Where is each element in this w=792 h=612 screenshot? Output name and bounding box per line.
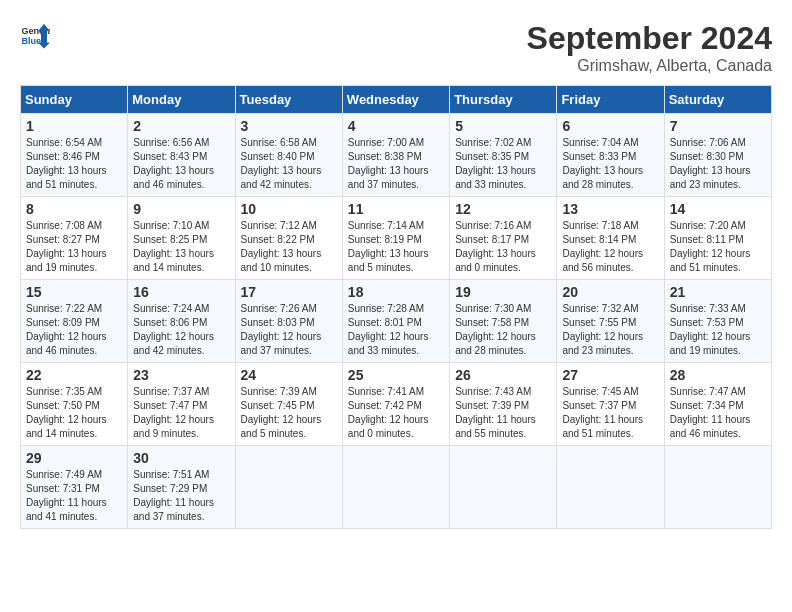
header-sunday: Sunday — [21, 86, 128, 114]
header-thursday: Thursday — [450, 86, 557, 114]
header-friday: Friday — [557, 86, 664, 114]
calendar-cell: 22Sunrise: 7:35 AMSunset: 7:50 PMDayligh… — [21, 363, 128, 446]
calendar-cell: 23Sunrise: 7:37 AMSunset: 7:47 PMDayligh… — [128, 363, 235, 446]
calendar-cell: 7Sunrise: 7:06 AMSunset: 8:30 PMDaylight… — [664, 114, 771, 197]
day-number: 14 — [670, 201, 766, 217]
logo: General Blue — [20, 20, 54, 50]
location: Grimshaw, Alberta, Canada — [527, 57, 772, 75]
calendar-cell: 3Sunrise: 6:58 AMSunset: 8:40 PMDaylight… — [235, 114, 342, 197]
day-number: 30 — [133, 450, 229, 466]
day-number: 19 — [455, 284, 551, 300]
day-info: Sunrise: 6:54 AMSunset: 8:46 PMDaylight:… — [26, 136, 122, 192]
calendar-cell: 24Sunrise: 7:39 AMSunset: 7:45 PMDayligh… — [235, 363, 342, 446]
day-info: Sunrise: 7:35 AMSunset: 7:50 PMDaylight:… — [26, 385, 122, 441]
calendar-week-2: 8Sunrise: 7:08 AMSunset: 8:27 PMDaylight… — [21, 197, 772, 280]
day-number: 29 — [26, 450, 122, 466]
day-number: 1 — [26, 118, 122, 134]
header-tuesday: Tuesday — [235, 86, 342, 114]
calendar-week-5: 29Sunrise: 7:49 AMSunset: 7:31 PMDayligh… — [21, 446, 772, 529]
calendar-cell: 20Sunrise: 7:32 AMSunset: 7:55 PMDayligh… — [557, 280, 664, 363]
calendar-cell — [450, 446, 557, 529]
page-header: General Blue September 2024 Grimshaw, Al… — [20, 20, 772, 75]
title-block: September 2024 Grimshaw, Alberta, Canada — [527, 20, 772, 75]
day-info: Sunrise: 7:06 AMSunset: 8:30 PMDaylight:… — [670, 136, 766, 192]
calendar-cell: 27Sunrise: 7:45 AMSunset: 7:37 PMDayligh… — [557, 363, 664, 446]
day-info: Sunrise: 7:26 AMSunset: 8:03 PMDaylight:… — [241, 302, 337, 358]
calendar-cell — [664, 446, 771, 529]
calendar-cell: 16Sunrise: 7:24 AMSunset: 8:06 PMDayligh… — [128, 280, 235, 363]
calendar-cell: 25Sunrise: 7:41 AMSunset: 7:42 PMDayligh… — [342, 363, 449, 446]
day-number: 28 — [670, 367, 766, 383]
day-number: 27 — [562, 367, 658, 383]
day-info: Sunrise: 7:39 AMSunset: 7:45 PMDaylight:… — [241, 385, 337, 441]
logo-icon: General Blue — [20, 20, 50, 50]
day-number: 11 — [348, 201, 444, 217]
day-info: Sunrise: 7:49 AMSunset: 7:31 PMDaylight:… — [26, 468, 122, 524]
day-info: Sunrise: 7:22 AMSunset: 8:09 PMDaylight:… — [26, 302, 122, 358]
calendar-cell: 19Sunrise: 7:30 AMSunset: 7:58 PMDayligh… — [450, 280, 557, 363]
calendar-cell: 14Sunrise: 7:20 AMSunset: 8:11 PMDayligh… — [664, 197, 771, 280]
day-number: 17 — [241, 284, 337, 300]
day-number: 3 — [241, 118, 337, 134]
day-number: 16 — [133, 284, 229, 300]
calendar-cell: 1Sunrise: 6:54 AMSunset: 8:46 PMDaylight… — [21, 114, 128, 197]
calendar-week-3: 15Sunrise: 7:22 AMSunset: 8:09 PMDayligh… — [21, 280, 772, 363]
calendar-table: SundayMondayTuesdayWednesdayThursdayFrid… — [20, 85, 772, 529]
calendar-cell: 18Sunrise: 7:28 AMSunset: 8:01 PMDayligh… — [342, 280, 449, 363]
day-info: Sunrise: 7:18 AMSunset: 8:14 PMDaylight:… — [562, 219, 658, 275]
day-number: 23 — [133, 367, 229, 383]
day-info: Sunrise: 6:56 AMSunset: 8:43 PMDaylight:… — [133, 136, 229, 192]
day-info: Sunrise: 7:14 AMSunset: 8:19 PMDaylight:… — [348, 219, 444, 275]
day-info: Sunrise: 7:32 AMSunset: 7:55 PMDaylight:… — [562, 302, 658, 358]
day-number: 25 — [348, 367, 444, 383]
day-number: 5 — [455, 118, 551, 134]
header-wednesday: Wednesday — [342, 86, 449, 114]
header-monday: Monday — [128, 86, 235, 114]
calendar-cell — [235, 446, 342, 529]
calendar-cell: 15Sunrise: 7:22 AMSunset: 8:09 PMDayligh… — [21, 280, 128, 363]
calendar-cell: 21Sunrise: 7:33 AMSunset: 7:53 PMDayligh… — [664, 280, 771, 363]
day-info: Sunrise: 6:58 AMSunset: 8:40 PMDaylight:… — [241, 136, 337, 192]
calendar-cell: 28Sunrise: 7:47 AMSunset: 7:34 PMDayligh… — [664, 363, 771, 446]
day-number: 10 — [241, 201, 337, 217]
calendar-cell: 29Sunrise: 7:49 AMSunset: 7:31 PMDayligh… — [21, 446, 128, 529]
day-number: 8 — [26, 201, 122, 217]
day-number: 24 — [241, 367, 337, 383]
calendar-cell — [342, 446, 449, 529]
day-number: 22 — [26, 367, 122, 383]
day-info: Sunrise: 7:45 AMSunset: 7:37 PMDaylight:… — [562, 385, 658, 441]
header-saturday: Saturday — [664, 86, 771, 114]
day-number: 13 — [562, 201, 658, 217]
calendar-cell: 30Sunrise: 7:51 AMSunset: 7:29 PMDayligh… — [128, 446, 235, 529]
calendar-cell: 17Sunrise: 7:26 AMSunset: 8:03 PMDayligh… — [235, 280, 342, 363]
day-info: Sunrise: 7:20 AMSunset: 8:11 PMDaylight:… — [670, 219, 766, 275]
day-number: 6 — [562, 118, 658, 134]
day-number: 20 — [562, 284, 658, 300]
day-info: Sunrise: 7:08 AMSunset: 8:27 PMDaylight:… — [26, 219, 122, 275]
svg-text:Blue: Blue — [22, 36, 42, 46]
day-number: 9 — [133, 201, 229, 217]
calendar-cell: 8Sunrise: 7:08 AMSunset: 8:27 PMDaylight… — [21, 197, 128, 280]
day-info: Sunrise: 7:37 AMSunset: 7:47 PMDaylight:… — [133, 385, 229, 441]
day-info: Sunrise: 7:10 AMSunset: 8:25 PMDaylight:… — [133, 219, 229, 275]
calendar-cell: 5Sunrise: 7:02 AMSunset: 8:35 PMDaylight… — [450, 114, 557, 197]
month-year: September 2024 — [527, 20, 772, 57]
calendar-cell: 10Sunrise: 7:12 AMSunset: 8:22 PMDayligh… — [235, 197, 342, 280]
calendar-cell: 12Sunrise: 7:16 AMSunset: 8:17 PMDayligh… — [450, 197, 557, 280]
day-info: Sunrise: 7:02 AMSunset: 8:35 PMDaylight:… — [455, 136, 551, 192]
calendar-cell: 11Sunrise: 7:14 AMSunset: 8:19 PMDayligh… — [342, 197, 449, 280]
day-number: 4 — [348, 118, 444, 134]
calendar-cell: 4Sunrise: 7:00 AMSunset: 8:38 PMDaylight… — [342, 114, 449, 197]
day-number: 15 — [26, 284, 122, 300]
calendar-cell: 9Sunrise: 7:10 AMSunset: 8:25 PMDaylight… — [128, 197, 235, 280]
calendar-week-4: 22Sunrise: 7:35 AMSunset: 7:50 PMDayligh… — [21, 363, 772, 446]
calendar-cell: 6Sunrise: 7:04 AMSunset: 8:33 PMDaylight… — [557, 114, 664, 197]
day-number: 7 — [670, 118, 766, 134]
day-info: Sunrise: 7:12 AMSunset: 8:22 PMDaylight:… — [241, 219, 337, 275]
calendar-week-1: 1Sunrise: 6:54 AMSunset: 8:46 PMDaylight… — [21, 114, 772, 197]
day-info: Sunrise: 7:28 AMSunset: 8:01 PMDaylight:… — [348, 302, 444, 358]
calendar-header-row: SundayMondayTuesdayWednesdayThursdayFrid… — [21, 86, 772, 114]
day-info: Sunrise: 7:00 AMSunset: 8:38 PMDaylight:… — [348, 136, 444, 192]
day-number: 21 — [670, 284, 766, 300]
day-info: Sunrise: 7:51 AMSunset: 7:29 PMDaylight:… — [133, 468, 229, 524]
